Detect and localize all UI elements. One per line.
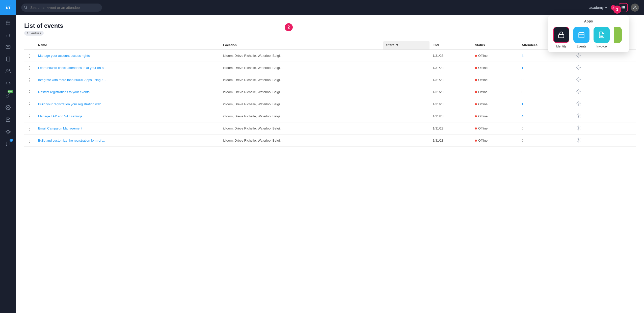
- status-label-2: Offline: [478, 78, 488, 82]
- row-start-1: [383, 62, 430, 74]
- row-end-5: 1/31/23: [430, 110, 472, 122]
- row-location-3: idloom, Drève Richelle, Waterloo, Belgi.…: [220, 86, 383, 98]
- svg-point-23: [578, 55, 579, 56]
- svg-point-30: [578, 140, 579, 141]
- row-end-7: 1/31/23: [430, 135, 472, 147]
- row-name-5[interactable]: Manage TAX and VAT settings: [35, 110, 220, 122]
- row-start-6: [383, 122, 430, 135]
- row-menu-3[interactable]: ⋮: [24, 86, 35, 98]
- account-name: academy: [589, 6, 604, 10]
- row-more-3[interactable]: [573, 86, 636, 98]
- row-status-3: Offline: [472, 86, 519, 98]
- identity-app-icon: [553, 27, 569, 43]
- apps-grid: Identity Events Invoice: [553, 27, 624, 48]
- user-avatar[interactable]: [631, 4, 639, 12]
- status-dot-0: [475, 55, 477, 57]
- app-item-partial[interactable]: [614, 27, 622, 43]
- svg-rect-20: [623, 9, 624, 9]
- sidebar-item-book[interactable]: [3, 54, 14, 65]
- row-location-6: idloom, Drève Richelle, Waterloo, Belgi.…: [220, 122, 383, 135]
- status-dot-4: [475, 103, 477, 105]
- row-status-0: Offline: [472, 50, 519, 62]
- svg-rect-16: [622, 7, 623, 8]
- svg-point-24: [578, 67, 579, 68]
- status-label-3: Offline: [478, 90, 488, 94]
- row-end-4: 1/31/23: [430, 98, 472, 110]
- sidebar-item-settings[interactable]: [3, 102, 14, 113]
- row-name-6[interactable]: Email Campaign Management: [35, 122, 220, 135]
- row-attendees-7: 0: [519, 135, 573, 147]
- sidebar-item-key[interactable]: NEW: [3, 90, 14, 101]
- row-menu-7[interactable]: ⋮: [24, 135, 35, 147]
- row-name-0[interactable]: Manage your account access rights: [35, 50, 220, 62]
- row-menu-5[interactable]: ⋮: [24, 110, 35, 122]
- row-name-4[interactable]: Build your registration your registratio…: [35, 98, 220, 110]
- row-name-2[interactable]: Integrate with more than 5000+ Apps usin…: [35, 74, 220, 86]
- col-actions: [24, 41, 35, 50]
- svg-line-12: [26, 8, 27, 9]
- sidebar-item-chat[interactable]: 2: [3, 138, 14, 149]
- app-item-identity[interactable]: Identity: [553, 27, 569, 48]
- row-menu-0[interactable]: ⋮: [24, 50, 35, 62]
- sidebar-item-graduate[interactable]: [3, 126, 14, 137]
- row-end-3: 1/31/23: [430, 86, 472, 98]
- sidebar-item-users[interactable]: [3, 66, 14, 77]
- col-start[interactable]: Start ▼: [383, 41, 430, 50]
- svg-point-10: [8, 107, 9, 108]
- row-location-0: idloom, Drève Richelle, Waterloo, Belgi.…: [220, 50, 383, 62]
- row-menu-2[interactable]: ⋮: [24, 74, 35, 86]
- row-more-7[interactable]: [573, 135, 636, 147]
- col-status: Status: [472, 41, 519, 50]
- svg-point-8: [7, 69, 8, 71]
- row-name-7[interactable]: Build and customize the registration for…: [35, 135, 220, 147]
- row-end-2: 1/31/23: [430, 74, 472, 86]
- row-menu-1[interactable]: ⋮: [24, 62, 35, 74]
- search-wrapper: [21, 4, 102, 12]
- table-row: ⋮ Build and customize the registration f…: [24, 135, 636, 147]
- apps-popup: Apps Identity Events Invoice: [548, 15, 629, 52]
- app-item-events[interactable]: Events: [573, 27, 589, 48]
- new-badge: NEW: [8, 90, 13, 93]
- events-table: Name Location Start ▼ End Status Attende…: [24, 41, 636, 147]
- sidebar: id NEW: [0, 0, 16, 313]
- row-more-1[interactable]: [573, 62, 636, 74]
- sidebar-item-code[interactable]: [3, 78, 14, 89]
- col-name: Name: [35, 41, 220, 50]
- apps-popup-title: Apps: [553, 19, 624, 23]
- account-selector[interactable]: academy: [589, 6, 608, 10]
- svg-rect-13: [622, 6, 623, 7]
- sidebar-item-calendar[interactable]: [3, 17, 14, 28]
- sidebar-item-check[interactable]: [3, 114, 14, 125]
- row-location-7: idloom, Drève Richelle, Waterloo, Belgi.…: [220, 135, 383, 147]
- table-row: ⋮ Manage your account access rights idlo…: [24, 50, 636, 62]
- app-item-invoice[interactable]: Invoice: [594, 27, 610, 48]
- sidebar-item-email[interactable]: [3, 41, 14, 53]
- row-start-5: [383, 110, 430, 122]
- sidebar-item-charts[interactable]: [3, 29, 14, 40]
- search-input[interactable]: [21, 4, 102, 12]
- row-more-5[interactable]: [573, 110, 636, 122]
- svg-point-26: [578, 91, 579, 92]
- step-1-badge: 1: [613, 6, 621, 14]
- row-attendees-1: 1: [519, 62, 573, 74]
- status-label-1: Offline: [478, 66, 488, 70]
- row-start-2: [383, 74, 430, 86]
- identity-app-label: Identity: [556, 44, 567, 48]
- row-menu-6[interactable]: ⋮: [24, 122, 35, 135]
- row-more-6[interactable]: [573, 122, 636, 135]
- table-row: ⋮ Restrict registrations to your events …: [24, 86, 636, 98]
- row-name-3[interactable]: Restrict registrations to your events: [35, 86, 220, 98]
- row-more-2[interactable]: [573, 74, 636, 86]
- row-more-4[interactable]: [573, 98, 636, 110]
- row-status-6: Offline: [472, 122, 519, 135]
- app-logo[interactable]: id: [0, 0, 16, 15]
- row-name-1[interactable]: Learn how to check attendees in at your …: [35, 62, 220, 74]
- row-end-1: 1/31/23: [430, 62, 472, 74]
- row-location-4: idloom, Drève Richelle, Waterloo, Belgi.…: [220, 98, 383, 110]
- svg-point-25: [578, 79, 579, 80]
- svg-rect-32: [579, 33, 584, 38]
- table-row: ⋮ Learn how to check attendees in at you…: [24, 62, 636, 74]
- svg-point-28: [578, 115, 579, 117]
- row-attendees-2: 0: [519, 74, 573, 86]
- row-menu-4[interactable]: ⋮: [24, 98, 35, 110]
